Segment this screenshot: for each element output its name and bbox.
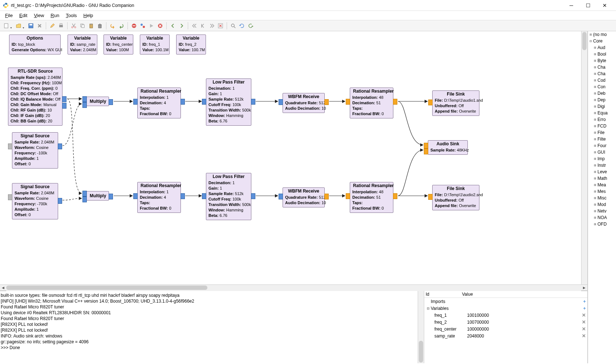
tree-item[interactable]: ⊞GUI xyxy=(588,149,616,155)
print-button[interactable] xyxy=(57,22,65,30)
flowgraph-canvas[interactable]: Options ID: top_block Generate Options: … xyxy=(0,31,587,284)
port-out[interactable] xyxy=(109,99,113,105)
tree-no-module[interactable]: ⊞(no mo xyxy=(588,31,616,38)
port-in[interactable] xyxy=(428,194,433,200)
port-out[interactable] xyxy=(251,99,255,105)
var-row[interactable]: freq_2100700000✕ xyxy=(424,319,587,325)
port-in[interactable] xyxy=(424,143,428,149)
copy-button[interactable] xyxy=(78,22,86,30)
menu-edit[interactable]: Edit xyxy=(16,12,30,19)
block-wbfm-1[interactable]: WBFM Receive Quadrature Rate: 512k Audio… xyxy=(283,93,325,113)
block-var-freq-1[interactable]: Variable ID: freq_1 Value: 100.1M xyxy=(140,35,170,54)
port-in[interactable] xyxy=(424,149,428,154)
minimize-button[interactable]: ─ xyxy=(563,0,580,11)
port-in[interactable] xyxy=(82,102,87,108)
undo-button[interactable] xyxy=(109,22,117,30)
block-rational-resampler-3[interactable]: Rational Resampler Interpolation: 48 Dec… xyxy=(350,88,393,118)
port-out[interactable] xyxy=(181,193,185,199)
block-multiply-1[interactable]: Multiply xyxy=(86,97,109,106)
menu-view[interactable]: View xyxy=(31,12,47,19)
remove-icon[interactable]: ✕ xyxy=(579,326,586,332)
block-audio-sink[interactable]: Audio Sink Sample Rate: 48KHz xyxy=(428,140,468,155)
tree-item[interactable]: ⊞Leve xyxy=(588,169,616,175)
new-button[interactable]: ▼ xyxy=(2,22,10,30)
reload-button[interactable] xyxy=(238,22,246,30)
delete-button[interactable] xyxy=(96,22,104,30)
zoom-button[interactable] xyxy=(229,22,237,30)
port-in[interactable] xyxy=(82,191,87,197)
port-in[interactable] xyxy=(133,99,138,105)
port-in[interactable] xyxy=(8,194,12,200)
tree-item[interactable]: ⊞Con xyxy=(588,84,616,90)
port-in[interactable] xyxy=(202,99,206,105)
port-in[interactable] xyxy=(279,99,283,105)
tree-item[interactable]: ⊞Cha xyxy=(588,70,616,77)
hscroll[interactable]: ◀ ▶ xyxy=(0,284,587,291)
cut-button[interactable] xyxy=(70,22,78,30)
vscroll[interactable] xyxy=(418,291,424,363)
vars-variables[interactable]: ⊟ Variables + xyxy=(424,305,587,312)
tree-item[interactable]: ⊞Four xyxy=(588,142,616,149)
remove-icon[interactable]: ✕ xyxy=(579,312,586,318)
back-button[interactable] xyxy=(169,22,177,30)
port-in[interactable] xyxy=(8,143,12,149)
menu-help[interactable]: Help xyxy=(81,12,96,19)
port-out[interactable] xyxy=(324,194,329,199)
tree-item[interactable]: ⊞Aud xyxy=(588,44,616,51)
remove-icon[interactable]: ✕ xyxy=(579,319,586,325)
port-out[interactable] xyxy=(58,143,62,149)
step-forward-button[interactable] xyxy=(208,22,216,30)
tree-item[interactable]: ⊞Erro xyxy=(588,116,616,123)
port-in[interactable] xyxy=(346,99,350,105)
var-row[interactable]: samp_rate2048000✕ xyxy=(424,332,587,339)
clear-button[interactable] xyxy=(216,22,224,30)
port-out[interactable] xyxy=(62,96,66,102)
tree-item[interactable]: ⊞Bool xyxy=(588,51,616,57)
bypass-button[interactable] xyxy=(139,22,147,30)
block-var-freq-2[interactable]: Variable ID: freq_2 Value: 100.7M xyxy=(176,35,206,54)
tree-item[interactable]: ⊞File xyxy=(588,129,616,136)
menu-run[interactable]: Run xyxy=(48,12,62,19)
stop-button[interactable] xyxy=(156,22,164,30)
port-out[interactable] xyxy=(109,194,113,199)
tree-item[interactable]: ⊞Byte xyxy=(588,57,616,64)
tree-item[interactable]: ⊞Imp xyxy=(588,155,616,162)
port-in[interactable] xyxy=(133,193,138,199)
step-back-button[interactable] xyxy=(199,22,207,30)
block-lpf-2[interactable]: Low Pass Filter Decimation: 1 Gain: 1 Sa… xyxy=(206,173,251,220)
block-signal-source-2[interactable]: Signal Source Sample Rate: 2.048M Wavefo… xyxy=(12,183,58,219)
block-signal-source-1[interactable]: Signal Source Sample Rate: 2.048M Wavefo… xyxy=(12,132,58,169)
block-var-freq-center[interactable]: Variable ID: freq_center Value: 100M xyxy=(104,35,133,54)
tree-item[interactable]: ⊞Mes xyxy=(588,188,616,195)
block-options[interactable]: Options ID: top_block Generate Options: … xyxy=(9,35,61,54)
disable-button[interactable] xyxy=(130,22,138,30)
port-out[interactable] xyxy=(58,198,62,204)
block-var-samp-rate[interactable]: Variable ID: samp_rate Value: 2.048M xyxy=(68,35,97,54)
tree-item[interactable]: ⊞Instr xyxy=(588,162,616,169)
skip-back-button[interactable] xyxy=(190,22,198,30)
tree-item[interactable]: ⊞Mod xyxy=(588,201,616,208)
redo-button[interactable] xyxy=(117,22,125,30)
port-out[interactable] xyxy=(251,193,255,199)
tree-item[interactable]: ⊞Cha xyxy=(588,64,616,70)
maximize-button[interactable]: ☐ xyxy=(580,0,596,11)
tree-item[interactable]: ⊞Cod xyxy=(588,77,616,84)
block-multiply-2[interactable]: Multiply xyxy=(86,191,109,201)
tree-item[interactable]: ⊞Math xyxy=(588,175,616,182)
port-out[interactable] xyxy=(324,99,329,105)
tree-item[interactable]: ⊞Netv xyxy=(588,208,616,214)
tree-item[interactable]: ⊞FCD xyxy=(588,123,616,129)
block-rational-resampler-4[interactable]: Rational Resampler Interpolation: 48 Dec… xyxy=(350,182,393,213)
port-in[interactable] xyxy=(202,193,206,199)
remove-icon[interactable]: ✕ xyxy=(579,333,586,339)
port-in[interactable] xyxy=(428,100,433,105)
tree-item[interactable]: ⊞Filte xyxy=(588,136,616,142)
port-in[interactable] xyxy=(82,96,87,102)
port-out[interactable] xyxy=(393,193,397,199)
block-tree[interactable]: ⊞(no mo ⊟Core ⊞Aud⊞Bool⊞Byte⊞Cha⊞Cha⊞Cod… xyxy=(588,31,616,363)
vscroll[interactable] xyxy=(581,31,587,284)
tree-item[interactable]: ⊞Deb xyxy=(588,90,616,97)
tree-item[interactable]: ⊞Dep xyxy=(588,97,616,103)
close-button[interactable]: ✕ xyxy=(596,0,613,11)
open-button[interactable]: ▼ xyxy=(15,22,23,30)
